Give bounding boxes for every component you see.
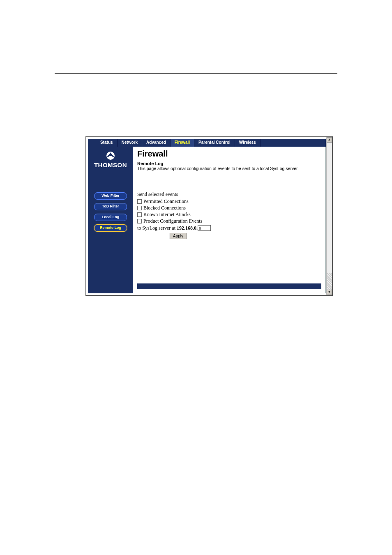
checkbox-label: Blocked Connections <box>143 205 186 211</box>
checkbox-label: Product Configuration Events <box>143 218 202 224</box>
option-product-configuration-events: Product Configuration Events <box>137 218 321 224</box>
checkbox-blocked-connections[interactable] <box>137 206 142 210</box>
page-description: This page allows optional configuration … <box>137 166 321 171</box>
footer-bar <box>137 283 321 289</box>
scroll-track[interactable] <box>327 143 332 273</box>
sidebar-item-tod-filter[interactable]: ToD Filter <box>94 203 127 210</box>
brand-name: THOMSON <box>94 161 127 168</box>
tab-status[interactable]: Status <box>96 139 118 147</box>
tab-advanced[interactable]: Advanced <box>142 139 171 147</box>
syslog-ip-last-octet-input[interactable]: 0 <box>198 225 211 231</box>
tab-network[interactable]: Network <box>118 139 142 147</box>
scroll-hatch <box>327 273 332 290</box>
remote-log-form: Send selected events Permitted Connectio… <box>137 191 321 239</box>
sidebar: THOMSON Web Filter ToD Filter Local Log … <box>88 147 133 293</box>
tab-firewall[interactable]: Firewall <box>171 139 194 147</box>
option-permitted-connections: Permitted Connections <box>137 198 321 205</box>
checkbox-permitted-connections[interactable] <box>137 199 142 204</box>
tab-wireless[interactable]: Wireless <box>235 139 261 147</box>
sidebar-item-local-log[interactable]: Local Log <box>94 214 127 221</box>
option-known-internet-attacks: Known Internet Attacks <box>137 212 321 218</box>
checkbox-label: Permitted Connections <box>143 198 189 205</box>
syslog-server-row: to SysLog server at 192.168.0.0 <box>137 225 321 231</box>
server-prefix-text: to SysLog server at <box>137 225 177 231</box>
top-tabs: Status Network Advanced Firewall Parenta… <box>88 139 326 147</box>
checkbox-label: Known Internet Attacks <box>143 212 191 218</box>
apply-button[interactable]: Apply <box>169 233 187 239</box>
sidebar-item-remote-log[interactable]: Remote Log <box>94 224 127 232</box>
checkbox-product-configuration-events[interactable] <box>137 219 142 223</box>
page-divider <box>55 73 337 74</box>
scroll-down-button[interactable]: ▼ <box>327 290 332 295</box>
scroll-up-button[interactable]: ▲ <box>327 137 332 143</box>
tab-parental-control[interactable]: Parental Control <box>194 139 235 147</box>
option-blocked-connections: Blocked Connections <box>137 205 321 211</box>
router-admin-window: ▲ ▼ Status Network Advanced Firewall Par… <box>85 136 333 296</box>
sidebar-item-web-filter[interactable]: Web Filter <box>94 192 127 200</box>
side-nav: Web Filter ToD Filter Local Log Remote L… <box>88 192 133 232</box>
page-title: Firewall <box>137 149 321 159</box>
page-subtitle: Remote Log <box>137 161 321 166</box>
content-area: Firewall Remote Log This page allows opt… <box>133 147 326 293</box>
server-ip-fixed: 192.168.0. <box>177 225 198 231</box>
form-lead-text: Send selected events <box>137 191 321 198</box>
window-scrollbar[interactable]: ▲ ▼ <box>326 137 332 295</box>
checkbox-known-internet-attacks[interactable] <box>137 212 142 217</box>
brand-logo-icon <box>106 151 115 161</box>
